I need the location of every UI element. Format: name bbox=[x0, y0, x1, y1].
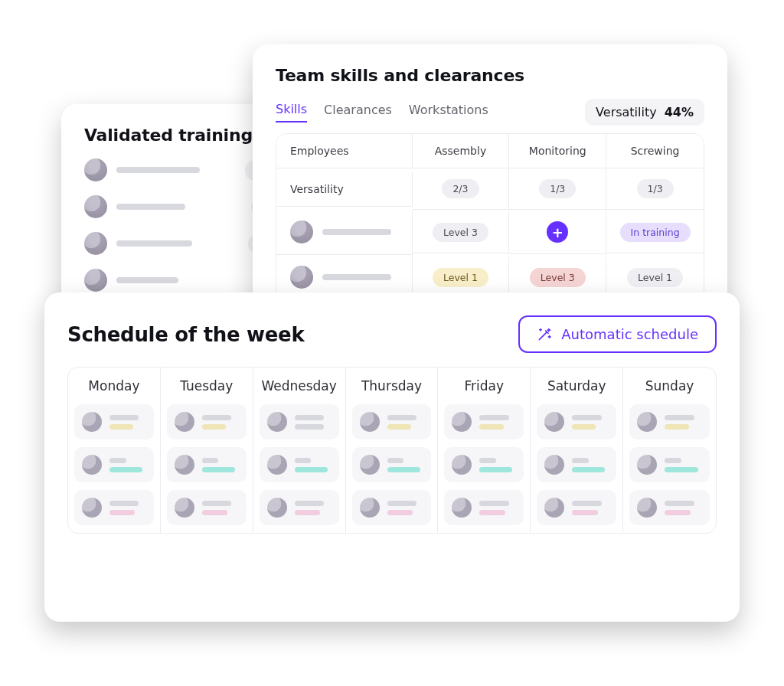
day-col-wednesday: Wednesday bbox=[253, 368, 346, 533]
avatar bbox=[84, 269, 107, 292]
automatic-schedule-button[interactable]: Automatic schedule bbox=[518, 315, 717, 353]
versatility-cell: 1/3 bbox=[637, 179, 674, 198]
day-label: Friday bbox=[465, 378, 505, 394]
schedule-slot[interactable] bbox=[260, 404, 339, 439]
day-label: Thursday bbox=[361, 378, 422, 394]
schedule-slot[interactable] bbox=[167, 447, 247, 482]
col-employees: Employees bbox=[276, 134, 413, 168]
avatar bbox=[637, 498, 657, 518]
avatar bbox=[544, 412, 564, 432]
avatar bbox=[360, 455, 380, 475]
schedule-slot[interactable] bbox=[444, 447, 524, 482]
schedule-slot[interactable] bbox=[537, 404, 616, 439]
day-label: Sunday bbox=[645, 378, 694, 394]
avatar bbox=[267, 498, 287, 518]
avatar bbox=[82, 498, 102, 518]
skills-tabs: Skills Clearances Workstations Versatili… bbox=[276, 99, 704, 126]
versatility-cell: 1/3 bbox=[539, 179, 576, 198]
day-col-monday: Monday bbox=[68, 368, 161, 533]
tab-skills[interactable]: Skills bbox=[276, 102, 307, 122]
avatar bbox=[290, 266, 313, 289]
avatar bbox=[637, 455, 657, 475]
magic-wand-icon bbox=[537, 327, 552, 342]
skill-cell[interactable]: Level 1 bbox=[627, 268, 683, 287]
avatar bbox=[267, 455, 287, 475]
avatar bbox=[452, 412, 472, 432]
avatar bbox=[84, 195, 107, 218]
avatar bbox=[544, 455, 564, 475]
schedule-slot[interactable] bbox=[629, 404, 710, 439]
schedule-slot[interactable] bbox=[352, 404, 432, 439]
week-grid: Monday Tuesday Wednesday Thursday bbox=[67, 367, 717, 534]
schedule-title: Schedule of the week bbox=[67, 323, 304, 346]
avatar bbox=[544, 498, 564, 518]
automatic-schedule-label: Automatic schedule bbox=[561, 326, 698, 342]
avatar bbox=[175, 498, 194, 518]
avatar bbox=[637, 412, 657, 432]
day-col-tuesday: Tuesday bbox=[161, 368, 253, 533]
schedule-slot[interactable] bbox=[444, 490, 524, 525]
schedule-slot[interactable] bbox=[74, 490, 154, 525]
day-label: Monday bbox=[88, 378, 139, 394]
team-skills-title: Team skills and clearances bbox=[276, 66, 704, 85]
avatar bbox=[82, 412, 102, 432]
day-col-thursday: Thursday bbox=[346, 368, 439, 533]
col-screwing: Screwing bbox=[606, 134, 704, 168]
day-label: Tuesday bbox=[180, 378, 233, 394]
avatar bbox=[267, 412, 287, 432]
avatar bbox=[360, 412, 380, 432]
versatility-badge: Versatility 44% bbox=[585, 99, 704, 126]
avatar bbox=[360, 498, 380, 518]
name-placeholder bbox=[322, 274, 391, 280]
name-placeholder bbox=[322, 229, 391, 235]
day-col-saturday: Saturday bbox=[531, 368, 623, 533]
schedule-slot[interactable] bbox=[537, 490, 616, 525]
schedule-slot[interactable] bbox=[260, 490, 339, 525]
avatar bbox=[175, 455, 194, 475]
day-label: Wednesday bbox=[261, 378, 336, 394]
add-skill-button[interactable]: + bbox=[547, 221, 568, 243]
skill-cell[interactable]: Level 3 bbox=[530, 268, 586, 287]
row-label: Versatility bbox=[276, 172, 413, 207]
schedule-slot[interactable] bbox=[167, 490, 247, 525]
avatar bbox=[84, 158, 107, 181]
skills-table-header: Employees Assembly Monitoring Screwing bbox=[276, 134, 704, 168]
avatar bbox=[452, 455, 472, 475]
day-label: Saturday bbox=[547, 378, 606, 394]
skill-cell[interactable]: Level 1 bbox=[433, 268, 488, 287]
avatar bbox=[82, 455, 102, 475]
versatility-label: Versatility bbox=[596, 105, 657, 119]
day-col-sunday: Sunday bbox=[623, 368, 716, 533]
skills-table: Employees Assembly Monitoring Screwing V… bbox=[276, 133, 704, 301]
schedule-slot[interactable] bbox=[629, 447, 710, 482]
tab-clearances[interactable]: Clearances bbox=[324, 103, 392, 122]
team-skills-card: Team skills and clearances Skills Cleara… bbox=[253, 44, 727, 312]
schedule-slot[interactable] bbox=[352, 447, 432, 482]
schedule-slot[interactable] bbox=[444, 404, 524, 439]
avatar bbox=[290, 220, 313, 243]
skills-employee-row: Level 3 + In training bbox=[276, 210, 704, 255]
versatility-cell: 2/3 bbox=[442, 179, 479, 198]
col-monitoring: Monitoring bbox=[509, 134, 606, 168]
skills-versatility-row: Versatility 2/3 1/3 1/3 bbox=[276, 168, 704, 210]
schedule-slot[interactable] bbox=[167, 404, 247, 439]
avatar bbox=[84, 232, 107, 255]
col-assembly: Assembly bbox=[413, 134, 510, 168]
schedule-card: Schedule of the week Automatic schedule … bbox=[44, 292, 740, 622]
avatar bbox=[452, 498, 472, 518]
schedule-slot[interactable] bbox=[74, 404, 154, 439]
avatar bbox=[175, 412, 194, 432]
skill-cell[interactable]: Level 3 bbox=[433, 223, 488, 242]
schedule-slot[interactable] bbox=[629, 490, 710, 525]
skill-cell[interactable]: In training bbox=[620, 223, 691, 242]
versatility-pct: 44% bbox=[665, 105, 694, 119]
schedule-slot[interactable] bbox=[352, 490, 432, 525]
schedule-slot[interactable] bbox=[260, 447, 339, 482]
day-col-friday: Friday bbox=[438, 368, 531, 533]
tab-workstations[interactable]: Workstations bbox=[409, 103, 488, 122]
schedule-slot[interactable] bbox=[74, 447, 154, 482]
schedule-slot[interactable] bbox=[537, 447, 616, 482]
